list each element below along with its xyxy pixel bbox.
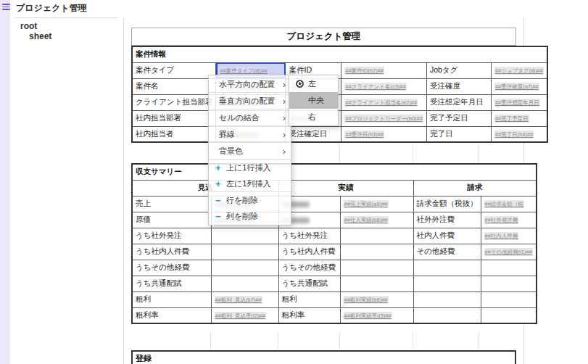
cell-value[interactable]: ##社外発注費	[481, 212, 537, 228]
cell-label[interactable]: うち社外発注	[278, 228, 340, 244]
app-window: プロジェクト管理 root sheet プロジェクト管理 案件情報 案件タイプ …	[0, 0, 588, 364]
cell-label[interactable]: うち共通配賦	[132, 276, 211, 291]
context-menu: 水平方向の配置 › 垂直方向の配置 › セルの結合 › 罫線 › 背景色 › +…	[208, 75, 291, 226]
plus-icon: +	[215, 178, 226, 189]
cell-value[interactable]: ##受注想定年月日	[491, 94, 547, 110]
menu-item-borders[interactable]: 罫線 ›	[209, 126, 291, 142]
tree-item-root[interactable]: root	[20, 21, 37, 31]
cell-value[interactable]: ##その他経費(i1)##	[481, 244, 537, 260]
cell-value[interactable]: ##案件ID(b2)##	[341, 62, 426, 78]
cell-value[interactable]: ##クライアント担当名(e2)##	[341, 94, 426, 110]
table-row: 原価 ##仕入実績(b6)## 社外外注費 ##社外発注費	[132, 212, 537, 228]
cell-label[interactable]: 完了予定日	[426, 110, 491, 126]
cell-label[interactable]: うち社内人件費	[278, 244, 340, 260]
cell-label[interactable]: 売上	[132, 196, 211, 212]
table-row: うち共通配賦 うち共通配賦	[132, 276, 537, 291]
cell-label[interactable]: 受注確定日	[286, 126, 341, 142]
cell-value[interactable]	[481, 260, 537, 276]
cell-value[interactable]: ##完了予定日	[491, 110, 547, 126]
menu-item-insert-row-above[interactable]: + 上に1行挿入	[209, 160, 291, 175]
cell-value[interactable]: ##ジョブタグ(i6)##	[491, 62, 547, 78]
cell-label[interactable]: うち社内人件費	[132, 244, 211, 260]
cell-label[interactable]	[413, 291, 481, 307]
cell-value[interactable]	[481, 276, 537, 291]
cell-label[interactable]: 粗利	[278, 291, 340, 307]
cell-label[interactable]: 案件名	[132, 78, 216, 94]
menu-item-background-color[interactable]: 背景色 ›	[209, 143, 291, 159]
cell-token: ##案件タイプ(i8)##	[219, 67, 268, 75]
cell-value[interactable]: ##粗利_見込(b7)##	[211, 291, 278, 307]
cell-value[interactable]: ##売上実績(a9)##	[340, 196, 413, 212]
cell-label[interactable]: クライアント担当部署	[132, 94, 216, 110]
cell-label[interactable]	[413, 260, 481, 276]
cell-value[interactable]	[340, 260, 413, 276]
cell-token: ##社内人件費	[484, 232, 519, 240]
cell-token: ##案件ID(b2)##	[344, 67, 384, 75]
cell-value[interactable]: ##クライアント名(c3)##	[341, 78, 426, 94]
hamburger-menu-icon[interactable]	[2, 4, 10, 10]
cell-value[interactable]	[481, 291, 537, 307]
table-row: うち社内人件費 うち社内人件費 その他経費 ##その他経費(i1)##	[132, 244, 537, 260]
cell-token: ##社外発注費	[484, 216, 519, 224]
cell-label[interactable]: 社外外注費	[413, 212, 481, 228]
cell-value[interactable]	[211, 276, 278, 291]
cell-value[interactable]	[481, 307, 537, 323]
cell-label[interactable]: うち共通配賦	[278, 276, 340, 291]
cell-label[interactable]: 粗利率	[278, 307, 340, 323]
cell-value[interactable]	[211, 260, 278, 276]
menu-item-horizontal-align[interactable]: 水平方向の配置 ›	[209, 76, 291, 92]
cell-label[interactable]: Jobタグ	[426, 62, 491, 78]
cell-value[interactable]	[340, 244, 413, 260]
cell-label[interactable]: 案件タイプ	[132, 62, 216, 78]
cell-token: ##請求金額（税	[484, 200, 524, 208]
radio-selected-icon	[296, 80, 304, 88]
cell-value[interactable]: ##社内人件費	[481, 228, 537, 244]
menu-item-insert-column-left[interactable]: + 左に1列挿入	[209, 175, 291, 191]
cell-label[interactable]: 受注想定年月日	[426, 94, 491, 110]
submenu-item-right[interactable]: 右	[289, 109, 338, 125]
cell-label[interactable]: 完了日	[426, 126, 491, 142]
cell-label[interactable]: 社内担当部署	[132, 110, 216, 126]
cell-value[interactable]	[211, 228, 278, 244]
cell-label[interactable]: うちその他経費	[278, 260, 340, 276]
tree-item-sheet[interactable]: sheet	[29, 31, 51, 41]
cell-token: ##受注確度(a7)##	[494, 83, 539, 91]
cell-label[interactable]: その他経費	[413, 244, 481, 260]
cell-label[interactable]	[413, 276, 481, 291]
cell-token: ##受注想定年月日	[494, 99, 540, 107]
cell-label[interactable]: 社内人件費	[413, 228, 481, 244]
cell-token: ##完了日(h4)##	[494, 131, 534, 138]
cell-label[interactable]: 請求金額（税抜）	[413, 196, 481, 212]
cell-value[interactable]: ##粗利_見込率(i2)##	[211, 307, 278, 323]
menu-item-delete-column[interactable]: − 列を削除	[209, 208, 291, 224]
section-header-anken: 案件情報	[132, 46, 547, 62]
group-header-seikyu: 請求	[413, 180, 537, 196]
cell-value[interactable]	[211, 244, 278, 260]
cell-token: ##粗利_見込(b7)##	[215, 296, 262, 304]
submenu-item-center[interactable]: 中央	[289, 92, 338, 109]
cell-label[interactable]: うち社外発注	[132, 228, 211, 244]
menu-item-merge-cells[interactable]: セルの結合 ›	[209, 109, 291, 125]
cell-value[interactable]: ##プロジェクトリーダー(b0)##	[341, 110, 426, 126]
table-row: うち社外発注 うち社外発注 社内人件費 ##社内人件費	[132, 228, 537, 244]
menu-item-vertical-align[interactable]: 垂直方向の配置 ›	[209, 93, 291, 109]
cell-value[interactable]: ##粗利実績率(i3)##	[340, 307, 413, 323]
cell-value[interactable]: ##請求金額（税	[481, 196, 537, 212]
submenu-item-left[interactable]: 左	[289, 75, 338, 92]
cell-label[interactable]: 粗利	[132, 291, 211, 307]
cell-value[interactable]	[340, 276, 413, 291]
cell-value[interactable]: ##完了日(h4)##	[491, 126, 547, 142]
cell-value[interactable]: ##受注確度(a7)##	[491, 78, 547, 94]
cell-label[interactable]: 社内担当者	[132, 126, 216, 142]
cell-label[interactable]	[413, 307, 481, 323]
cell-token: ##売上実績(a9)##	[344, 200, 389, 208]
menu-item-delete-row[interactable]: − 行を削除	[209, 192, 291, 208]
cell-value[interactable]: ##仕入実績(b6)##	[340, 212, 413, 228]
cell-label[interactable]: 原価	[132, 212, 211, 228]
cell-label[interactable]: 受注確度	[426, 78, 491, 94]
cell-label[interactable]: 粗利率	[132, 307, 211, 323]
cell-label[interactable]: うちその他経費	[132, 260, 211, 276]
cell-value[interactable]: ##粗利実績(b8)##	[340, 291, 413, 307]
cell-value[interactable]: ##受注日(h3)##	[341, 126, 426, 142]
cell-value[interactable]	[340, 228, 413, 244]
